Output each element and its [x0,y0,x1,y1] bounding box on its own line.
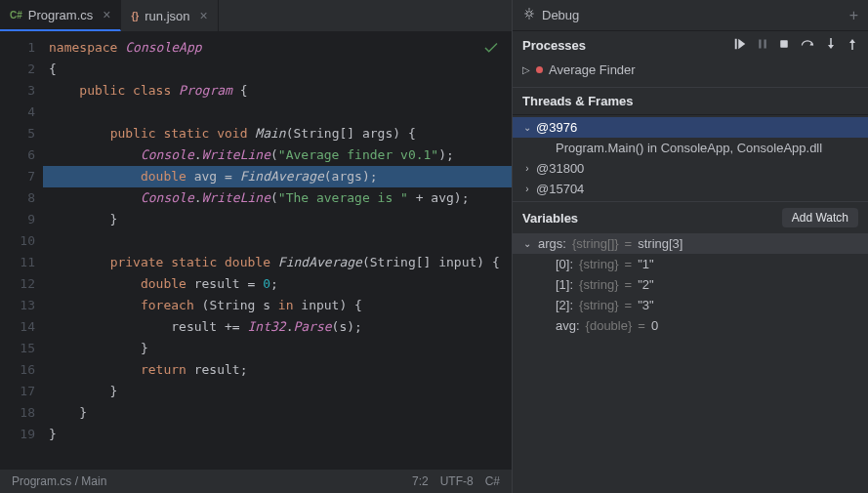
line-number[interactable]: 11 [0,252,35,273]
code-line[interactable]: private static double FindAverage(String… [43,252,512,273]
line-number[interactable]: 4 [0,102,35,123]
var-type: {string} [579,298,618,312]
code-line[interactable]: public static void Main(String[] args) { [43,123,512,144]
svg-line-8 [531,11,533,13]
line-number[interactable]: 14 [0,316,35,338]
tab-bar: C#Program.cs×{}run.json× [0,0,512,31]
var-name: avg: [556,318,580,333]
chevron-icon: ⌄ [522,238,532,249]
status-bar: Program.cs / Main 7:2 UTF-8 C# [0,470,512,493]
var-name: [2]: [556,298,573,312]
var-type: {string} [579,257,618,271]
code[interactable]: namespace ConsoleApp{ public class Progr… [43,31,512,470]
svg-rect-9 [735,38,737,49]
thread-id: @3976 [536,120,577,135]
add-watch-button[interactable]: Add Watch [782,208,858,227]
debug-icon [522,7,536,23]
line-number[interactable]: 13 [0,295,35,316]
step-out-button[interactable] [847,37,858,54]
file-icon: {} [131,11,139,21]
variable-row[interactable]: [1]: {string} = "2" [513,274,868,295]
code-line[interactable]: double result = 0; [43,273,512,295]
line-number[interactable]: 9 [0,209,35,230]
variable-row[interactable]: avg: {double} = 0 [513,315,868,336]
code-line[interactable]: } [43,381,512,402]
code-line[interactable] [43,230,512,252]
line-number[interactable]: 19 [0,424,35,445]
chevron-icon: › [522,163,532,174]
thread-row[interactable]: › @15704 [513,179,868,199]
thread-id: @15704 [536,182,584,196]
var-name: args: [538,236,566,251]
variable-row[interactable]: ⌄args: {string[]} = string[3] [513,233,868,254]
cursor-position[interactable]: 7:2 [412,474,429,488]
code-line[interactable]: return result; [43,359,512,381]
thread-row[interactable]: ⌄ @3976 [513,117,868,138]
code-line[interactable]: } [43,424,512,445]
encoding[interactable]: UTF-8 [440,474,474,488]
tab-label: run.json [145,9,189,23]
code-line[interactable]: Console.WriteLine("Average finder v0.1")… [43,144,512,166]
code-line[interactable]: foreach (String s in input) { [43,295,512,316]
tab-run-json[interactable]: {}run.json× [121,0,218,31]
stack-frame[interactable]: Program.Main() in ConsoleApp, ConsoleApp… [513,138,868,158]
step-over-button[interactable] [800,37,815,54]
editor-pane: C#Program.cs×{}run.json× 123456789101112… [0,0,512,493]
step-into-button[interactable] [825,37,837,54]
variable-row[interactable]: [0]: {string} = "1" [513,254,868,274]
line-number[interactable]: 8 [0,187,35,209]
process-item[interactable]: ▷ Average Finder [513,59,868,87]
breakpoint-indicator-icon [536,66,543,73]
svg-rect-11 [759,39,761,48]
var-type: {double} [586,318,633,333]
file-icon: C# [10,10,22,21]
editor-area[interactable]: 12345678910111213141516171819 namespace … [0,31,512,470]
code-line[interactable]: result += Int32.Parse(s); [43,316,512,338]
stop-button[interactable] [778,38,790,53]
pause-button[interactable] [757,38,768,53]
variables-header: Variables [522,211,578,226]
resume-button[interactable] [733,37,747,54]
line-number[interactable]: 6 [0,144,35,166]
line-number[interactable]: 7 [0,166,35,187]
var-value: "3" [638,298,653,312]
line-number[interactable]: 5 [0,123,35,144]
debug-controls [733,37,858,54]
tab-program-cs[interactable]: C#Program.cs× [0,0,121,31]
svg-marker-15 [828,45,834,49]
line-number[interactable]: 15 [0,338,35,359]
line-number[interactable]: 3 [0,80,35,102]
line-number[interactable]: 17 [0,381,35,402]
code-line[interactable]: } [43,338,512,359]
variable-row[interactable]: [2]: {string} = "3" [513,295,868,315]
svg-line-5 [526,11,528,13]
line-number[interactable]: 16 [0,359,35,381]
code-line[interactable]: { [43,59,512,80]
svg-marker-17 [849,39,855,43]
line-number[interactable]: 18 [0,402,35,424]
close-icon[interactable]: × [200,8,208,23]
code-line[interactable] [43,102,512,123]
var-value: string[3] [638,236,682,251]
code-line[interactable]: Console.WriteLine("The average is " + av… [43,187,512,209]
process-name: Average Finder [549,62,636,77]
code-line[interactable]: namespace ConsoleApp [43,37,512,59]
variables-list: ⌄args: {string[]} = string[3][0]: {strin… [513,233,868,336]
code-line[interactable]: double avg = FindAverage(args); [43,166,512,187]
line-number[interactable]: 2 [0,59,35,80]
code-line[interactable]: } [43,402,512,424]
line-number[interactable]: 10 [0,230,35,252]
threads-header: Threads & Frames [513,87,868,115]
line-number[interactable]: 12 [0,273,35,295]
code-line[interactable]: } [43,209,512,230]
thread-list: ⌄ @3976Program.Main() in ConsoleApp, Con… [513,115,868,201]
code-line[interactable]: public class Program { [43,80,512,102]
add-config-button[interactable]: + [849,7,858,24]
line-number[interactable]: 1 [0,37,35,59]
close-icon[interactable]: × [103,7,110,22]
language[interactable]: C# [485,474,500,488]
breadcrumb[interactable]: Program.cs / Main [12,474,106,488]
gutter: 12345678910111213141516171819 [0,31,43,470]
thread-row[interactable]: › @31800 [513,158,868,179]
svg-rect-13 [780,40,788,48]
